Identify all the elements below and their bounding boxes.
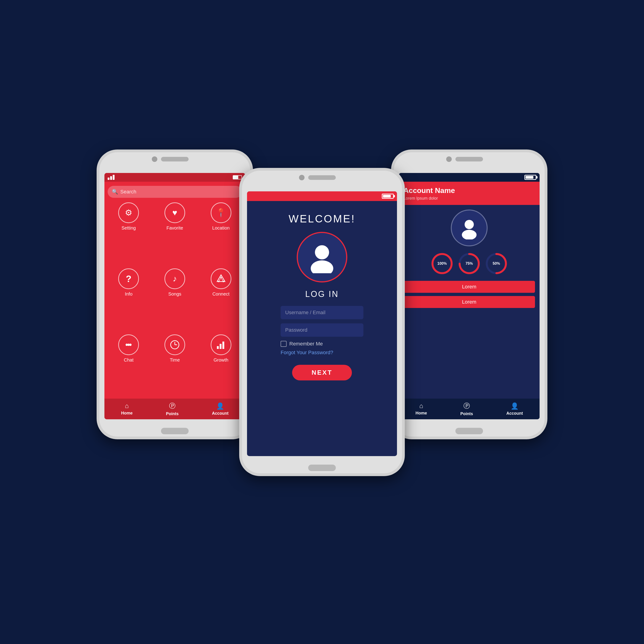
- account-sub: Lorem Ipsum dolor: [403, 196, 535, 201]
- pct-50: 50%: [493, 262, 500, 266]
- points-icon-right: Ⓟ: [463, 402, 470, 410]
- avatar-svg: [306, 241, 338, 273]
- account-label-left: Account: [212, 411, 228, 416]
- center-speaker: [308, 175, 336, 180]
- svg-marker-0: [217, 275, 225, 282]
- remember-row: Remember Me: [281, 341, 363, 347]
- svg-rect-15: [222, 342, 224, 349]
- time-icon: [164, 334, 185, 355]
- center-battery-fill: [383, 195, 391, 198]
- left-phone-inner: 🔍 Search ⚙ Setting ♥ Favorite: [99, 152, 250, 437]
- growth-icon: [211, 334, 231, 355]
- svg-rect-14: [220, 344, 221, 349]
- home-icon-left: ⌂: [125, 402, 129, 410]
- favorite-label: Favorite: [167, 225, 183, 231]
- right-status-bar: [399, 173, 540, 182]
- bar1: [108, 178, 109, 180]
- center-screen: WELCOME! LOG IN Username / Email: [247, 191, 397, 456]
- menu-item-favorite[interactable]: ♥ Favorite: [154, 202, 196, 264]
- left-screen: 🔍 Search ⚙ Setting ♥ Favorite: [104, 173, 245, 419]
- center-camera: [299, 175, 305, 180]
- bar2: [110, 176, 112, 180]
- nav-points-left[interactable]: Ⓟ Points: [166, 402, 178, 416]
- left-signal: [108, 175, 115, 180]
- right-header: Account Name Lorem Ipsum dolor: [399, 182, 540, 205]
- right-speaker: [455, 157, 483, 161]
- home-label-right: Home: [415, 411, 427, 416]
- nav-home-right[interactable]: ⌂ Home: [415, 402, 427, 416]
- home-label-left: Home: [121, 411, 132, 416]
- center-battery: [382, 194, 394, 199]
- password-placeholder: Password: [285, 327, 308, 333]
- right-phone-inner: Account Name Lorem Ipsum dolor: [394, 152, 545, 437]
- account-name: Account Name: [403, 186, 535, 195]
- left-status-bar: [104, 173, 245, 182]
- battery-fill-left: [233, 176, 238, 179]
- login-text: LOG IN: [305, 289, 339, 299]
- svg-rect-13: [217, 346, 219, 349]
- menu-item-connect[interactable]: Connect: [200, 268, 242, 330]
- phones-container: 🔍 Search ⚙ Setting ♥ Favorite: [69, 69, 575, 575]
- progress-row: 100% 75%: [431, 252, 508, 275]
- svg-point-16: [315, 245, 329, 259]
- svg-point-18: [465, 220, 474, 229]
- forgot-password[interactable]: Forgot Your Password?: [281, 350, 363, 356]
- nav-account-right[interactable]: 👤 Account: [506, 402, 523, 416]
- chat-icon: [118, 334, 139, 355]
- battery-left: [233, 175, 242, 179]
- connect-label: Connect: [212, 291, 230, 297]
- chat-label: Chat: [124, 357, 133, 363]
- next-button[interactable]: NEXT: [292, 365, 352, 380]
- right-avatar-svg: [458, 216, 481, 239]
- right-camera: [446, 156, 452, 162]
- info-label: Info: [125, 291, 132, 297]
- center-phone-inner: WELCOME! LOG IN Username / Email: [242, 171, 402, 473]
- username-field[interactable]: Username / Email: [281, 306, 363, 319]
- menu-grid: ⚙ Setting ♥ Favorite 📍 Location ?: [104, 200, 245, 399]
- welcome-text: WELCOME!: [289, 213, 355, 225]
- lorem-btn-2[interactable]: Lorem: [403, 296, 535, 308]
- search-icon: 🔍: [112, 189, 118, 195]
- favorite-icon: ♥: [164, 202, 185, 223]
- menu-item-location[interactable]: 📍 Location: [200, 202, 242, 264]
- right-bottom-nav: ⌂ Home Ⓟ Points 👤 Account: [399, 399, 540, 419]
- location-label: Location: [212, 225, 230, 231]
- right-avatar: [451, 210, 488, 246]
- location-icon: 📍: [211, 202, 231, 223]
- password-field[interactable]: Password: [281, 323, 363, 337]
- username-placeholder: Username / Email: [285, 310, 325, 316]
- nav-home-left[interactable]: ⌂ Home: [121, 402, 132, 416]
- right-home-btn: [455, 428, 483, 434]
- growth-label: Growth: [213, 357, 228, 363]
- left-home-btn: [161, 428, 189, 434]
- time-label: Time: [170, 357, 180, 363]
- right-content: 100% 75%: [399, 205, 540, 399]
- svg-point-17: [311, 260, 333, 273]
- menu-item-setting[interactable]: ⚙ Setting: [108, 202, 150, 264]
- menu-item-growth[interactable]: Growth: [200, 334, 242, 396]
- progress-100: 100%: [431, 252, 454, 275]
- menu-item-time[interactable]: Time: [154, 334, 196, 396]
- lorem-btn-1[interactable]: Lorem: [403, 281, 535, 293]
- songs-icon: ♪: [164, 268, 185, 289]
- search-bar[interactable]: 🔍 Search: [108, 186, 242, 198]
- svg-point-9: [129, 344, 132, 346]
- right-screen: Account Name Lorem Ipsum dolor: [399, 173, 540, 419]
- menu-item-chat[interactable]: Chat: [108, 334, 150, 396]
- setting-label: Setting: [121, 225, 136, 231]
- connect-icon: [211, 268, 231, 289]
- center-home-btn: [308, 465, 336, 471]
- menu-item-songs[interactable]: ♪ Songs: [154, 268, 196, 330]
- points-label-left: Points: [166, 411, 178, 416]
- nav-points-right[interactable]: Ⓟ Points: [460, 402, 473, 416]
- pct-100: 100%: [437, 262, 447, 266]
- nav-account-left[interactable]: 👤 Account: [212, 402, 228, 416]
- menu-item-info[interactable]: ? Info: [108, 268, 150, 330]
- right-battery-fill: [526, 176, 533, 179]
- account-label-right: Account: [506, 411, 523, 416]
- pct-75: 75%: [466, 262, 473, 266]
- remember-checkbox[interactable]: [281, 341, 287, 347]
- progress-75: 75%: [458, 252, 481, 275]
- cbar1: [250, 196, 252, 199]
- remember-label: Remember Me: [289, 341, 323, 347]
